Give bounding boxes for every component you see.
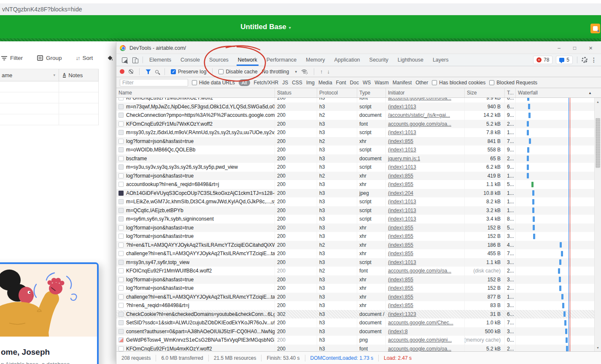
network-request-row[interactable]: log?format=json&hasfast=true200h3xhr(ind… [116, 224, 601, 232]
initiator-link[interactable]: (index):1013 [388, 208, 416, 213]
initiator-link[interactable]: (index):1013 [388, 104, 416, 110]
error-count-badge[interactable]: × 78 [533, 56, 552, 64]
initiator-link[interactable]: (index):1013 [388, 199, 416, 205]
network-request-row[interactable]: log?format=json&hasfast=true200h2xhr(ind… [116, 137, 601, 146]
initiator-link[interactable]: (index):1013 [388, 216, 416, 222]
maximize-button[interactable]: □ [573, 45, 576, 51]
network-request-row[interactable]: m=LEikZe,wGM7Jc,khmSIb,Dt3C4,gmwJWd,KyIA… [116, 197, 601, 206]
initiator-link[interactable]: accounts.google.com/signi... [388, 337, 452, 343]
initiator-link[interactable]: (index):1323 [388, 311, 416, 317]
column-header-protocol[interactable]: Protocol [317, 88, 357, 97]
type-filter-fetch-xhr[interactable]: Fetch/XHR [254, 80, 279, 86]
scroll-up-arrow[interactable]: ▲ [595, 99, 601, 105]
device-toolbar-button[interactable] [130, 54, 141, 66]
network-request-row[interactable]: accountlookup?hl=en&_reqid=68498&rt=j200… [116, 180, 601, 189]
initiator-link[interactable]: (index):855 [388, 285, 413, 291]
message-count-badge[interactable]: 5 [556, 56, 573, 64]
filter-funnel-icon[interactable] [146, 69, 151, 74]
kebab-menu-icon[interactable]: ⋮ [591, 57, 597, 63]
column-header-status[interactable]: Status [275, 88, 317, 97]
network-request-row[interactable]: m=n73qwf,MpJwZc,NpD4ec,SF3gsd,O8k1Cd,YLQ… [116, 102, 601, 111]
tab-console[interactable]: Console [176, 54, 205, 66]
grid-row[interactable] [0, 92, 98, 103]
tab-lighthouse[interactable]: Lighthouse [393, 54, 428, 66]
blocked-requests-checkbox[interactable]: Blocked Requests [489, 80, 537, 86]
column-header-type[interactable]: Type [357, 88, 385, 97]
network-request-row[interactable]: CheckCookie?hl=en&checkedDomains=youtube… [116, 310, 601, 319]
network-request-row[interactable]: CheckConnection?pmpo=https%3A%2F%2Faccou… [116, 111, 601, 120]
type-filter-js[interactable]: JS [282, 80, 288, 86]
tab-performance[interactable]: Performance [262, 54, 302, 66]
type-filter-media[interactable]: Media [318, 80, 332, 86]
filter-input[interactable] [120, 79, 188, 86]
throttling-dropdown[interactable]: No throttling ▾ [262, 69, 297, 75]
devtools-titlebar[interactable]: DevTools - airtable.com/ – □ × [116, 42, 601, 54]
has-blocked-cookies-checkbox[interactable]: Has blocked cookies [432, 80, 485, 86]
initiator-link[interactable]: (index):855 [388, 233, 413, 239]
grid-row[interactable] [0, 114, 98, 125]
initiator-link[interactable]: accounts.google.com/Chec... [388, 320, 453, 326]
network-request-row[interactable]: m=sy30,sy2z,i5dxUd,m9oV,RAnnUd,sy2s,sy2t… [116, 128, 601, 137]
tab-sources[interactable]: Sources [205, 54, 233, 66]
network-request-row[interactable]: GeWdP6Tosw4_WmKnrvzS1eCsG2BNAaT5xVyqPlE3… [116, 336, 601, 345]
grid-column-notes[interactable]: A Notes [59, 69, 99, 81]
initiator-link[interactable]: (index):855 [388, 181, 413, 187]
network-request-row[interactable]: m=QCqtlc,IAEjzb,etBPYb200h3script(index)… [116, 206, 601, 215]
initiator-link[interactable]: (index):1013 [388, 164, 416, 170]
initiator-link[interactable]: (index):855 [388, 277, 413, 283]
tab-layers[interactable]: Layers [428, 54, 453, 66]
extension-icon[interactable] [590, 24, 600, 33]
network-request-row[interactable]: m=oWOIDb,MB66Qc,QOLEBb200h3script(index)… [116, 146, 601, 154]
initiator-link[interactable]: accounts.google.com/o/oa... [388, 346, 451, 351]
network-request-row[interactable]: bscframe200h3documentjquery.min.js:165 B… [116, 154, 601, 163]
column-header-initiator[interactable]: Initiator [385, 88, 464, 97]
network-request-row[interactable]: challenge?hl=en&TL=AM3QAYYJOykAq2TksILRA… [116, 249, 601, 258]
type-filter-img[interactable]: Img [306, 80, 315, 86]
initiator-link[interactable]: (index):855 [388, 251, 413, 256]
browser-url-bar[interactable]: vNTQgzbnK4z8F?blocks=hide [0, 3, 601, 15]
network-request-row[interactable]: m=sy3n,sy47,sy6r,totp_view200h3script(in… [116, 258, 601, 267]
initiator-link[interactable]: (index):855 [388, 302, 413, 308]
initiator-link[interactable]: /accounts/static/_/js/k=gai... [388, 112, 450, 118]
initiator-link[interactable]: (index):1013 [388, 259, 416, 265]
initiator-link[interactable]: accounts.google.com/o/oa... [388, 98, 451, 101]
disable-cache-checkbox[interactable]: Disable cache [218, 69, 257, 75]
initiator-link[interactable]: jquery.min.js:1 [388, 156, 420, 162]
initiator-link[interactable]: (index):855 [388, 173, 413, 179]
import-har-icon[interactable]: ↑ [320, 68, 323, 75]
group-button[interactable]: Group [37, 55, 62, 61]
column-header-name[interactable]: Name [116, 88, 275, 97]
network-request-row[interactable]: KFOICnqEu92Fr1MmWUIfBBc4.woff2200h2fonta… [116, 267, 601, 275]
network-request-row[interactable]: ?hl=en&TL=AM3QAYYJOykAq2TksILRAmcYTZciqi… [116, 241, 601, 250]
network-conditions-icon[interactable] [301, 69, 308, 74]
type-filter-css[interactable]: CSS [292, 80, 302, 86]
sort-ascending-icon[interactable]: ▲ [588, 91, 592, 95]
close-button[interactable]: × [589, 44, 593, 51]
initiator-link[interactable]: (index):204 [388, 190, 413, 196]
type-filter-wasm[interactable]: Wasm [375, 80, 389, 86]
tab-application[interactable]: Application [329, 54, 364, 66]
network-request-row[interactable]: KFOmCnqEu92Fr1Mu7WxKOzY.woff2200h3fontac… [116, 120, 601, 129]
gear-icon[interactable] [582, 57, 588, 63]
initiator-link[interactable]: (index):855 [388, 225, 413, 231]
initiator-link[interactable]: (index):8 [388, 329, 408, 334]
clear-icon[interactable] [129, 69, 133, 74]
type-filter-ws[interactable]: WS [363, 80, 371, 86]
column-header-size[interactable]: Size [464, 88, 504, 97]
type-filter-doc[interactable]: Doc [350, 80, 359, 86]
tab-network[interactable]: Network [233, 54, 262, 66]
type-filter-manifest[interactable]: Manifest [393, 80, 412, 86]
network-request-row[interactable]: log?format=json&hasfast=true200h3xhr(ind… [116, 275, 601, 284]
network-request-row[interactable]: m=sy6m,sy6n,sy7k,sybh,signinconsent200h3… [116, 215, 601, 224]
initiator-link[interactable]: (index):1013 [388, 129, 416, 135]
network-request-row[interactable]: AOh14GiDFeVUyqS3CopcOUp7C3SL5koGxzAjC1ck… [116, 189, 601, 198]
minimize-button[interactable]: – [558, 45, 561, 51]
network-request-row[interactable]: m=sy3u,sy3v,sy3q,sy3s,sy26,sy3t,sy5p,pwd… [116, 163, 601, 172]
initiator-link[interactable]: (index):855 [388, 242, 413, 248]
filter-button[interactable]: Filter [1, 55, 23, 61]
initiator-link[interactable]: accounts.google.com/o/oa... [388, 121, 451, 127]
scrollbar-thumb[interactable] [596, 118, 600, 168]
record-button[interactable] [120, 69, 124, 74]
network-request-row[interactable]: SetSID?ssdc=1&sidt=ALWU2cujubZObDKIEodEk… [116, 318, 601, 327]
type-filter-all[interactable]: All [239, 79, 250, 86]
